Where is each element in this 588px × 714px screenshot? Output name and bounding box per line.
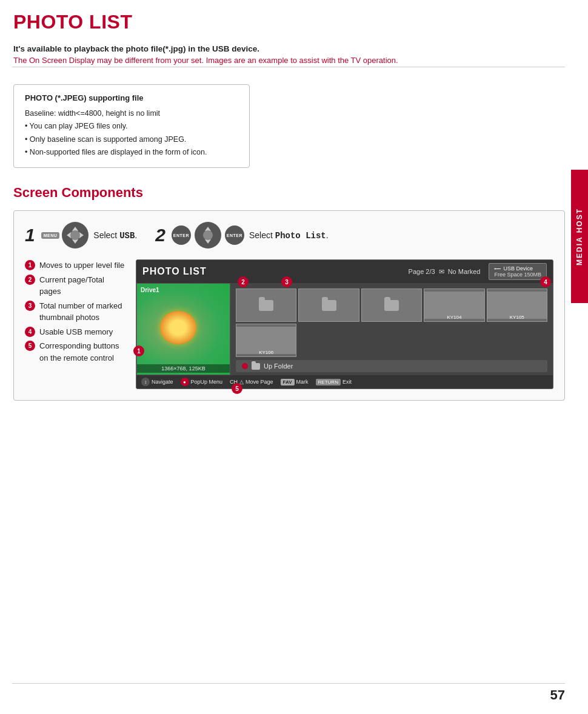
step1-block: 1 MENU Select USB. <box>25 222 137 249</box>
tv-marked-text: No Marked <box>448 268 481 275</box>
callout-5: 5 <box>232 383 242 394</box>
step2-block: 2 ENTER ENTER Select Photo List. <box>155 222 328 249</box>
step1-number: 1 <box>25 226 35 244</box>
info-line-3: • Only baseline scan is supported among … <box>25 133 238 146</box>
main-content: PHOTO LIST It's available to playback th… <box>0 0 588 437</box>
thumb-label-4: KY104 <box>424 315 484 320</box>
section-components-title: Screen Components <box>13 185 565 201</box>
thumb-4[interactable]: KY104 <box>424 289 484 322</box>
tv-thumbs: KY104 KY105 KY106 <box>233 285 550 360</box>
menu-button[interactable]: MENU <box>41 232 60 239</box>
dpad-down-2 <box>205 239 211 247</box>
step2-label-bold: Photo List <box>275 231 326 241</box>
side-tab-label: MEDIA HOST <box>575 208 584 265</box>
list-text-2: Current page/Total pages <box>39 274 125 298</box>
step2-remote: ENTER ENTER <box>172 222 244 249</box>
info-line-2: • You can play JPEG files only. <box>25 120 238 133</box>
demo-right: 2 3 4 1 5 PHOTO LIST Page 2/3 <box>136 259 553 389</box>
dpad-inner-1 <box>70 230 80 240</box>
dpad-inner-2 <box>203 230 213 240</box>
thumb-6[interactable]: KY106 <box>236 324 296 357</box>
dpad-circle-2 <box>195 222 221 249</box>
drive-label: Drive1 <box>141 287 159 293</box>
info-box-body: Baseline: width<=4800, height is no limi… <box>25 107 238 159</box>
fav-button[interactable]: FAV <box>281 379 295 385</box>
tv-bottom: ↕ Navigate ● PopUp Menu CH △ Move Page <box>136 375 553 389</box>
thumb-1[interactable] <box>236 289 296 322</box>
tv-header: PHOTO LIST Page 2/3 ✉ No Marked ⟵ USB De… <box>136 260 553 283</box>
tv-upfolder[interactable]: Up Folder <box>236 360 547 372</box>
navigate-icon: ↕ <box>141 378 150 386</box>
move-label: Move Page <box>246 379 273 385</box>
list-item-3: 3 Total number of marked thumbnail photo… <box>25 300 125 324</box>
dpad-right-1 <box>79 232 87 238</box>
tv-bottom-navigate: ↕ Navigate <box>141 378 173 386</box>
circle-4: 4 <box>25 327 35 337</box>
tv-screenshot: PHOTO LIST Page 2/3 ✉ No Marked ⟵ USB De… <box>136 259 553 389</box>
return-button[interactable]: RETURN <box>316 379 341 385</box>
tv-free-space: Free Space 150MB <box>494 272 541 278</box>
tv-bottom-popup: ● PopUp Menu <box>181 378 223 386</box>
info-line-1: Baseline: width<=4800, height is no limi… <box>25 107 238 120</box>
tv-content: Drive1 1366×768, 125KB <box>136 283 553 375</box>
tv-page-text: Page 2/3 <box>409 268 435 275</box>
demo-box: 1 MENU Select USB. <box>13 210 565 401</box>
upfolder-dot <box>242 363 248 369</box>
upfolder-label: Up Folder <box>264 362 293 370</box>
step1-label: Select USB. <box>93 230 137 241</box>
folder-icon-1 <box>259 300 273 311</box>
circle-2: 2 <box>25 275 35 285</box>
enter-button-1[interactable]: ENTER <box>172 225 191 245</box>
bottom-divider <box>12 683 565 684</box>
page-title: PHOTO LIST <box>13 11 565 33</box>
mark-label: Mark <box>296 379 309 385</box>
subtitle-bold: It's available to playback the photo fil… <box>13 44 565 53</box>
thumb-3[interactable] <box>361 289 422 322</box>
enter-button-2[interactable]: ENTER <box>225 225 244 245</box>
demo-left: 1 Moves to upper level file 2 Current pa… <box>25 259 125 372</box>
thumb-5[interactable]: KY105 <box>487 289 547 322</box>
exit-label: Exit <box>342 379 352 385</box>
callout-4: 4 <box>540 276 551 287</box>
page-number: 57 <box>550 687 565 703</box>
tv-screen-title: PHOTO LIST <box>142 266 207 277</box>
dpad-1[interactable] <box>62 222 89 249</box>
callout-2: 2 <box>238 276 249 287</box>
dpad-down-1 <box>72 239 78 247</box>
top-divider <box>12 67 565 67</box>
tv-usb-label: ⟵ USB Device <box>494 265 541 272</box>
list-text-5: Corresponding buttons on the remote cont… <box>39 340 125 364</box>
circle-5: 5 <box>25 341 35 351</box>
callout-1: 1 <box>133 345 144 356</box>
list-text-1: Moves to upper level file <box>39 259 124 272</box>
list-item-5: 5 Corresponding buttons on the remote co… <box>25 340 125 364</box>
info-box: PHOTO (*.JPEG) supporting file Baseline:… <box>13 84 250 168</box>
info-line-4: • Non-supported files are displayed in t… <box>25 146 238 159</box>
step1-remote: MENU <box>41 222 89 249</box>
tv-usb-box: ⟵ USB Device Free Space 150MB <box>489 263 547 280</box>
demo-cols: 1 Moves to upper level file 2 Current pa… <box>25 259 553 389</box>
side-tab: MEDIA HOST <box>571 170 588 303</box>
thumb-2[interactable] <box>298 289 359 322</box>
steps-row: 1 MENU Select USB. <box>25 222 553 249</box>
tv-usb-device: USB Device <box>503 265 533 272</box>
step2-label: Select Photo List. <box>249 230 329 241</box>
img-desc: 1366×768, 125KB <box>137 364 230 373</box>
folder-icon-2 <box>322 300 336 311</box>
tv-page-info: Page 2/3 ✉ No Marked <box>409 268 481 276</box>
upfolder-icon <box>252 363 260 370</box>
step1-label-bold: USB <box>119 231 135 241</box>
dpad-2[interactable] <box>195 222 221 249</box>
tv-main-image: Drive1 1366×768, 125KB <box>136 283 230 375</box>
thumb-label-5: KY105 <box>487 315 547 320</box>
list-item-1: 1 Moves to upper level file <box>25 259 125 272</box>
dpad-circle-1 <box>62 222 89 249</box>
tv-bottom-mark: FAV Mark <box>281 379 309 385</box>
subtitle-pink: The On Screen Display may be different f… <box>13 56 565 65</box>
list-text-4: Usable USB memory <box>39 326 113 338</box>
tv-bottom-exit: RETURN Exit <box>316 379 352 385</box>
navigate-label: Navigate <box>152 379 173 385</box>
list-item-4: 4 Usable USB memory <box>25 326 125 338</box>
numbered-list: 1 Moves to upper level file 2 Current pa… <box>25 259 125 364</box>
flower-center <box>160 311 196 344</box>
